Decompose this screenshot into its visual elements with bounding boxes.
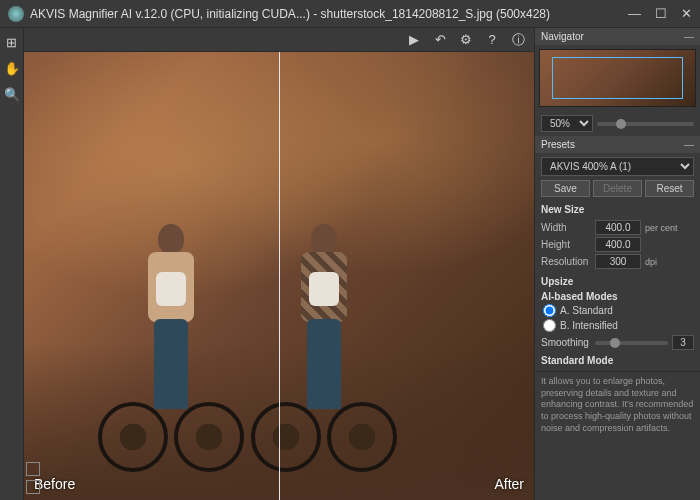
zoom-slider[interactable] [597,122,694,126]
preset-select[interactable]: AKVIS 400% A (1) [541,157,694,176]
minimize-button[interactable]: — [628,6,641,21]
zoom-select[interactable]: 50% [541,115,593,132]
navigator-tool-icon[interactable]: ⊞ [4,34,20,50]
smoothing-slider[interactable] [595,341,668,345]
dpi-label: dpi [645,257,657,267]
reset-button[interactable]: Reset [645,180,694,197]
smoothing-label: Smoothing [541,337,591,348]
mode-intensified-radio[interactable] [543,319,556,332]
info-button-icon[interactable]: ⓘ [510,32,526,48]
upsize-header: Upsize [535,273,700,288]
width-label: Width [541,222,591,233]
app-icon [8,6,24,22]
before-label: Before [34,476,75,492]
canvas-toolbar: ▶ ↶ ⚙ ? ⓘ [24,28,534,52]
view-mode-1-icon[interactable] [26,462,40,476]
zoom-tool-icon[interactable]: 🔍 [4,86,20,102]
view-mode-2-icon[interactable] [26,480,40,494]
mode-standard-radio[interactable] [543,304,556,317]
titlebar: AKVIS Magnifier AI v.12.0 (CPU, initiali… [0,0,700,28]
standard-mode-header: Standard Mode [535,352,700,367]
close-button[interactable]: ✕ [681,6,692,21]
run-button-icon[interactable]: ▶ [406,32,422,48]
presets-title: Presets [541,139,575,150]
mode-standard-label: A. Standard [560,305,613,316]
height-input[interactable] [595,237,641,252]
presets-header: Presets — [535,136,700,153]
width-input[interactable] [595,220,641,235]
undo-button-icon[interactable]: ↶ [432,32,448,48]
navigator-title: Navigator [541,31,584,42]
resolution-label: Resolution [541,256,591,267]
left-toolbar: ⊞ ✋ 🔍 [0,28,24,500]
mode-intensified-label: B. Intensified [560,320,618,331]
navigator-thumbnail[interactable] [539,49,696,107]
window-title: AKVIS Magnifier AI v.12.0 (CPU, initiali… [30,7,628,21]
maximize-button[interactable]: ☐ [655,6,667,21]
save-button[interactable]: Save [541,180,590,197]
help-button-icon[interactable]: ? [484,32,500,48]
after-label: After [494,476,524,492]
before-after-divider[interactable] [279,52,280,500]
resolution-input[interactable] [595,254,641,269]
height-label: Height [541,239,591,250]
hand-tool-icon[interactable]: ✋ [4,60,20,76]
modes-header: AI-based Modes [535,288,700,303]
collapse-icon[interactable]: — [684,31,694,42]
preview-canvas[interactable]: Before After [24,52,534,500]
right-panel: Navigator — 50% Presets — AKVIS 400% A (… [534,28,700,500]
settings-button-icon[interactable]: ⚙ [458,32,474,48]
navigator-header: Navigator — [535,28,700,45]
newsize-header: New Size [535,201,700,216]
collapse-icon[interactable]: — [684,139,694,150]
standard-mode-description: It allows you to enlarge photos, preserv… [535,371,700,500]
delete-button[interactable]: Delete [593,180,642,197]
smoothing-value: 3 [672,335,694,350]
unit-select[interactable]: per cent [645,223,678,233]
